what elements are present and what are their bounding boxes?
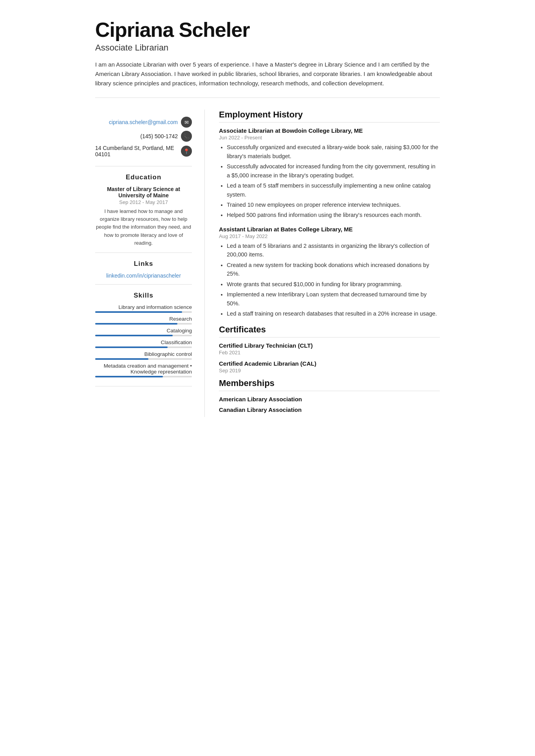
- skill-name: Classification: [95, 339, 192, 345]
- job-bullet: Successfully organized and executed a li…: [227, 143, 440, 161]
- skill-item: Cataloging: [95, 328, 192, 336]
- skill-name: Library and information science: [95, 304, 192, 310]
- skill-bar-bg: [95, 376, 192, 377]
- skill-bar-fill: [95, 346, 168, 348]
- contact-section: cipriana.scheler@gmail.com ✉ (145) 500-1…: [95, 110, 192, 166]
- skill-bar-fill: [95, 358, 148, 360]
- edu-description: I have learned how to manage and organiz…: [95, 207, 192, 247]
- memberships-section-title: Memberships: [219, 378, 440, 391]
- member-item: Canadian Library Association: [219, 406, 440, 413]
- job-date: Jun 2022 - Present: [219, 135, 440, 141]
- linkedin-link[interactable]: linkedin.com/in/ciprianascheler: [95, 272, 192, 279]
- job-item: Assistant Librarian at Bates College Lib…: [219, 226, 440, 318]
- address-text: 14 Cumberland St, Portland, ME 04101: [95, 145, 178, 157]
- skill-name: Cataloging: [95, 328, 192, 334]
- job-title: Associate Librarian at Bowdoin College L…: [219, 127, 440, 134]
- skill-item: Bibliographic control: [95, 351, 192, 360]
- phone-text: (145) 500-1742: [140, 133, 178, 139]
- email-contact-item: cipriana.scheler@gmail.com ✉: [95, 117, 192, 128]
- main-content: Employment History Associate Librarian a…: [205, 110, 440, 417]
- job-title: Assistant Librarian at Bates College Lib…: [219, 226, 440, 233]
- candidate-summary: I am an Associate Librarian with over 5 …: [95, 60, 440, 98]
- skill-bar-bg: [95, 335, 192, 336]
- email-link[interactable]: cipriana.scheler@gmail.com: [109, 119, 178, 125]
- email-icon: ✉: [181, 117, 192, 128]
- links-title: Links: [95, 260, 192, 268]
- skill-name: Research: [95, 316, 192, 322]
- skills-section: Skills Library and information science R…: [95, 285, 192, 386]
- job-date: Aug 2017 - May 2022: [219, 233, 440, 239]
- job-bullet: Led a staff training on research databas…: [227, 309, 440, 318]
- cert-name: Certified Academic Librarian (CAL): [219, 360, 440, 367]
- employment-section: Employment History Associate Librarian a…: [219, 110, 440, 318]
- certificates-section-title: Certificates: [219, 325, 440, 337]
- education-section: Education Master of Library Science at U…: [95, 166, 192, 253]
- skill-bar-bg: [95, 323, 192, 325]
- edu-date: Sep 2012 - May 2017: [95, 199, 192, 205]
- job-bullet: Trained 10 new employees on proper refer…: [227, 200, 440, 209]
- job-bullet: Led a team of 5 staff members in success…: [227, 181, 440, 199]
- skill-bar-bg: [95, 346, 192, 348]
- links-section: Links linkedin.com/in/ciprianascheler: [95, 253, 192, 285]
- skill-bar-fill: [95, 335, 173, 336]
- candidate-title: Associate Librarian: [95, 43, 440, 53]
- header: Cipriana Scheler Associate Librarian I a…: [95, 19, 440, 98]
- skill-item: Metadata creation and management • Knowl…: [95, 363, 192, 377]
- skill-item: Library and information science: [95, 304, 192, 313]
- skill-bar-bg: [95, 311, 192, 313]
- skill-bar-bg: [95, 358, 192, 360]
- education-title: Education: [95, 173, 192, 181]
- member-item: American Library Association: [219, 396, 440, 402]
- main-layout: cipriana.scheler@gmail.com ✉ (145) 500-1…: [95, 110, 440, 417]
- job-bullets: Successfully organized and executed a li…: [219, 143, 440, 220]
- job-bullets: Led a team of 5 librarians and 2 assista…: [219, 242, 440, 318]
- certificates-section: Certificates Certified Library Technicia…: [219, 325, 440, 373]
- job-bullet: Implemented a new Interlibrary Loan syst…: [227, 290, 440, 308]
- job-bullet: Wrote grants that secured $10,000 in fun…: [227, 280, 440, 289]
- skill-name: Bibliographic control: [95, 351, 192, 357]
- phone-icon: 📞: [181, 131, 192, 142]
- resume-page: Cipriana Scheler Associate Librarian I a…: [80, 0, 455, 440]
- sidebar: cipriana.scheler@gmail.com ✉ (145) 500-1…: [95, 110, 205, 417]
- location-icon: 📍: [181, 146, 192, 157]
- employment-section-title: Employment History: [219, 110, 440, 123]
- skill-item: Research: [95, 316, 192, 325]
- skills-title: Skills: [95, 292, 192, 300]
- cert-date: Feb 2021: [219, 350, 440, 355]
- skill-name: Metadata creation and management • Knowl…: [95, 363, 192, 375]
- cert-item: Certified Academic Librarian (CAL) Sep 2…: [219, 360, 440, 373]
- candidate-name: Cipriana Scheler: [95, 19, 440, 41]
- address-contact-item: 14 Cumberland St, Portland, ME 04101 📍: [95, 145, 192, 157]
- cert-date: Sep 2019: [219, 368, 440, 373]
- cert-item: Certified Library Technician (CLT) Feb 2…: [219, 342, 440, 355]
- skill-item: Classification: [95, 339, 192, 348]
- job-item: Associate Librarian at Bowdoin College L…: [219, 127, 440, 220]
- job-bullet: Helped 500 patrons find information usin…: [227, 211, 440, 219]
- job-bullet: Successfully advocated for increased fun…: [227, 162, 440, 180]
- skill-bar-fill: [95, 376, 163, 377]
- memberships-section: Memberships American Library Association…: [219, 378, 440, 413]
- skill-bar-fill: [95, 311, 182, 313]
- cert-name: Certified Library Technician (CLT): [219, 342, 440, 349]
- skill-bar-fill: [95, 323, 177, 325]
- phone-contact-item: (145) 500-1742 📞: [95, 131, 192, 142]
- job-bullet: Created a new system for tracking book d…: [227, 261, 440, 278]
- edu-degree: Master of Library Science at University …: [95, 186, 192, 198]
- job-bullet: Led a team of 5 librarians and 2 assista…: [227, 242, 440, 259]
